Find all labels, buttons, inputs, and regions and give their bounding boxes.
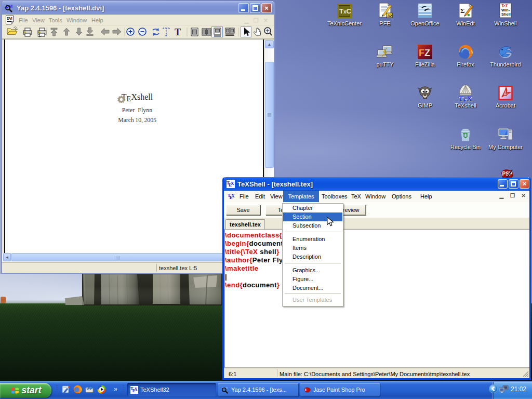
svg-text:T: T bbox=[175, 27, 181, 37]
svg-text:F: F bbox=[419, 48, 424, 58]
svg-text:Σ: Σ bbox=[460, 7, 465, 15]
svg-text:Z: Z bbox=[424, 48, 430, 58]
svg-text:32: 32 bbox=[388, 14, 392, 18]
svg-text:Shell: Shell bbox=[501, 12, 511, 17]
svg-text:X: X bbox=[232, 193, 235, 198]
svg-text:TEX: TEX bbox=[459, 95, 472, 101]
svg-text:X: X bbox=[231, 181, 234, 186]
svg-text:8: 8 bbox=[305, 388, 307, 391]
svg-text:DVI: DVI bbox=[7, 17, 12, 20]
svg-text:TxC: TxC bbox=[339, 7, 352, 15]
svg-text:X: X bbox=[135, 387, 138, 392]
